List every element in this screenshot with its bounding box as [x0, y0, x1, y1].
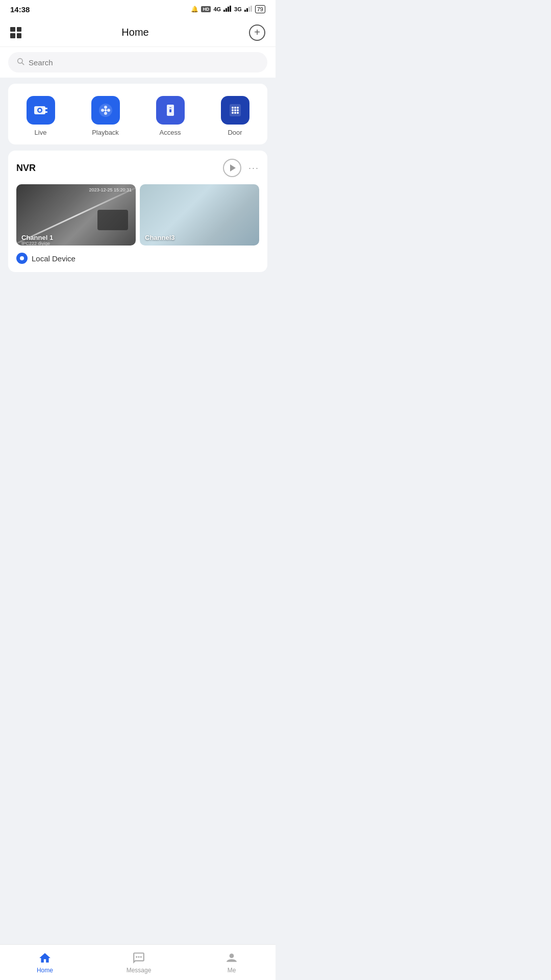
- local-device-icon: [16, 253, 28, 264]
- access-icon: [156, 96, 185, 125]
- status-bar: 14:38 🔔 HD 4G 3G 79: [0, 0, 276, 18]
- status-time: 14:38: [10, 5, 30, 14]
- grid-menu-icon[interactable]: [10, 27, 21, 38]
- svg-point-27: [232, 107, 234, 109]
- quick-actions-panel: Live Playback: [8, 84, 267, 144]
- add-button[interactable]: +: [249, 24, 265, 41]
- battery-icon: 79: [255, 5, 265, 13]
- nvr-more-button[interactable]: ···: [248, 163, 259, 174]
- channel1-timestamp: 2023-12-25 15:20:31: [89, 187, 132, 192]
- network-4g: 4G: [213, 6, 221, 12]
- svg-point-29: [237, 107, 239, 109]
- live-icon: [27, 96, 55, 125]
- search-icon: [16, 57, 24, 67]
- door-icon: [221, 96, 249, 125]
- playback-icon: [91, 96, 120, 125]
- local-device-row[interactable]: Local Device: [16, 253, 259, 264]
- live-label: Live: [35, 129, 47, 136]
- alarm-icon: 🔔: [191, 6, 198, 13]
- svg-rect-5: [246, 8, 248, 12]
- network-3g: 3G: [234, 6, 242, 12]
- svg-rect-3: [230, 6, 231, 12]
- svg-rect-6: [248, 7, 250, 12]
- svg-rect-25: [169, 107, 171, 108]
- access-label: Access: [160, 129, 181, 136]
- channel1-name: Channel 1: [21, 234, 53, 241]
- camera-channel-1[interactable]: 2023-12-25 15:20:31 Channel 1 IPC222 diy…: [16, 184, 136, 246]
- action-access[interactable]: Access: [156, 96, 185, 136]
- svg-rect-1: [226, 8, 227, 12]
- door-label: Door: [228, 129, 242, 136]
- nvr-section: NVR ··· 2023-12-25 15:20:31 Channel 1 IP…: [8, 151, 267, 272]
- svg-rect-14: [44, 111, 47, 113]
- svg-point-31: [234, 109, 236, 111]
- app-header: Home +: [0, 18, 276, 47]
- svg-point-12: [38, 109, 41, 112]
- svg-point-30: [232, 109, 234, 111]
- playback-label: Playback: [92, 129, 119, 136]
- search-container: [0, 47, 276, 78]
- nvr-play-button[interactable]: [223, 159, 241, 177]
- camera-channel-3[interactable]: Channel3: [140, 184, 259, 246]
- svg-rect-0: [223, 10, 225, 12]
- svg-point-28: [234, 107, 236, 109]
- nvr-title: NVR: [16, 163, 36, 174]
- local-device-label: Local Device: [32, 254, 76, 263]
- search-bar[interactable]: [8, 52, 267, 72]
- action-door[interactable]: Door: [221, 96, 249, 136]
- svg-rect-4: [244, 10, 246, 12]
- svg-line-9: [22, 63, 24, 65]
- signal-bars-3g: [244, 6, 253, 13]
- svg-point-34: [234, 112, 236, 114]
- nvr-controls: ···: [223, 159, 259, 177]
- camera-grid: 2023-12-25 15:20:31 Channel 1 IPC222 diy…: [16, 184, 259, 246]
- action-playback[interactable]: Playback: [91, 96, 120, 136]
- channel1-sublabel: IPC222 diyige: [21, 241, 50, 246]
- svg-rect-2: [228, 7, 229, 12]
- status-icons: 🔔 HD 4G 3G 79: [191, 5, 265, 13]
- svg-rect-24: [169, 109, 171, 112]
- action-live[interactable]: Live: [27, 96, 55, 136]
- signal-bars-4g: [223, 6, 232, 13]
- svg-rect-13: [44, 108, 47, 109]
- svg-rect-7: [251, 6, 252, 12]
- page-title: Home: [121, 27, 148, 38]
- channel3-name: Channel3: [145, 234, 175, 241]
- svg-point-35: [237, 112, 239, 114]
- svg-point-32: [237, 109, 239, 111]
- nvr-header: NVR ···: [16, 159, 259, 177]
- svg-point-33: [232, 112, 234, 114]
- hd-badge: HD: [201, 6, 211, 12]
- search-input[interactable]: [29, 58, 259, 67]
